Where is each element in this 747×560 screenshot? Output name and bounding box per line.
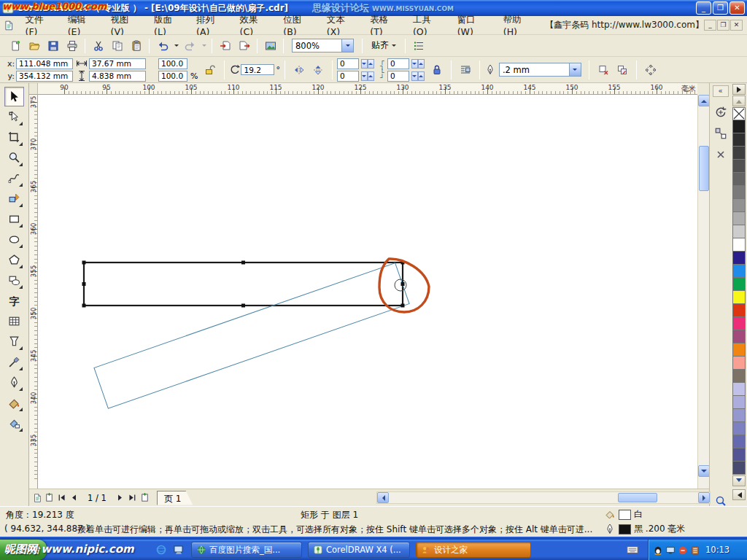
new-button[interactable] [6, 37, 24, 55]
scroll-left-button[interactable] [377, 492, 389, 503]
interactive-blend-tool[interactable] [4, 332, 24, 351]
height-field[interactable] [89, 71, 146, 82]
color-swatch[interactable] [732, 160, 746, 173]
color-swatch[interactable] [732, 120, 746, 133]
outline-width-input[interactable] [499, 63, 569, 77]
add-page-before-button[interactable] [43, 491, 55, 504]
previous-page-button[interactable] [68, 491, 80, 504]
minimize-button[interactable]: _ [696, 1, 711, 15]
color-swatch[interactable] [732, 238, 746, 252]
x-position-field[interactable] [16, 58, 73, 69]
tray-qq-icon[interactable] [653, 543, 663, 557]
fill-tool[interactable] [4, 393, 24, 413]
horizontal-scrollbar[interactable] [376, 491, 711, 504]
corner-lock-button[interactable] [428, 61, 446, 79]
polygon-tool[interactable] [4, 250, 24, 270]
color-swatch[interactable] [732, 252, 746, 265]
color-swatch[interactable] [732, 448, 746, 462]
corner-radius-c-field[interactable] [387, 58, 409, 69]
color-swatch[interactable] [732, 291, 746, 304]
next-page-button[interactable] [114, 491, 126, 504]
palette-expand-button[interactable] [732, 489, 746, 500]
page-tab[interactable]: 页 1 [157, 491, 193, 505]
doc-minimize-button[interactable]: _ [704, 20, 716, 31]
task-button-1[interactable]: CorelDRAW X4 (... [308, 542, 410, 558]
zoom-corner-button[interactable] [714, 494, 727, 507]
y-position-field[interactable] [16, 71, 73, 82]
color-swatch[interactable] [732, 343, 746, 357]
eyedropper-tool[interactable] [4, 352, 24, 372]
palette-flyout-button[interactable] [732, 84, 746, 95]
copy-button[interactable] [108, 37, 126, 55]
add-page-after-button[interactable] [139, 491, 151, 504]
pick-tool[interactable] [4, 87, 24, 106]
redo-dropdown[interactable] [200, 37, 208, 55]
task-button-0[interactable]: 百度图片搜索_国... [191, 542, 302, 558]
color-swatch[interactable] [732, 212, 746, 225]
doc-close-button[interactable]: ✕ [730, 20, 743, 31]
undo-button[interactable] [153, 37, 171, 55]
color-swatch[interactable] [732, 409, 746, 422]
scale-h-field[interactable] [158, 58, 187, 69]
start-button[interactable]: 开始 [0, 540, 47, 560]
color-swatch[interactable] [732, 199, 746, 212]
mirror-vertical-button[interactable] [309, 61, 327, 79]
rectangle-tool[interactable] [4, 209, 24, 229]
color-swatch[interactable] [732, 370, 746, 383]
color-swatch[interactable] [732, 304, 746, 317]
quicklaunch-ie-button[interactable] [155, 543, 168, 556]
color-swatch[interactable] [732, 422, 746, 435]
scroll-up-button[interactable] [698, 95, 710, 106]
color-swatch[interactable] [732, 435, 746, 448]
task-button-2[interactable]: 设计之家 [416, 542, 531, 558]
ellipse-tool[interactable] [4, 230, 24, 249]
mirror-horizontal-button[interactable] [290, 61, 308, 79]
keyboard-icon[interactable] [626, 543, 639, 556]
zoom-level-input[interactable] [292, 39, 341, 52]
color-swatch[interactable] [732, 317, 746, 330]
scroll-down-button[interactable] [698, 465, 710, 477]
table-tool[interactable] [4, 311, 24, 331]
remove-outline-button[interactable] [595, 61, 612, 79]
color-swatch[interactable] [732, 396, 746, 409]
color-swatch[interactable] [732, 225, 746, 238]
doc-restore-button[interactable]: ❐ [717, 20, 729, 31]
quicklaunch-show-desktop-button[interactable] [172, 543, 185, 556]
corner-radius-b-field[interactable] [337, 71, 359, 82]
color-swatch[interactable] [732, 383, 746, 396]
text-tool[interactable]: 字 [4, 291, 24, 311]
copy-properties-button[interactable] [614, 61, 631, 79]
color-swatch[interactable] [732, 265, 746, 278]
last-page-button[interactable] [126, 491, 139, 504]
color-swatch[interactable] [732, 147, 746, 160]
no-color-swatch[interactable] [732, 107, 746, 120]
docker-collapse-button[interactable]: « [713, 85, 729, 97]
basic-shapes-tool[interactable] [4, 271, 24, 290]
zoom-level-combo[interactable] [292, 39, 354, 52]
width-field[interactable] [89, 58, 146, 69]
outline-pen-tool[interactable] [4, 373, 24, 392]
horizontal-scroll-thumb[interactable] [618, 493, 657, 502]
close-button[interactable]: ✕ [729, 1, 745, 15]
transform-docker-button[interactable] [713, 104, 729, 120]
corner-d-spinner[interactable] [411, 71, 425, 81]
scale-v-field[interactable] [158, 71, 187, 82]
rotation-angle-field[interactable] [241, 64, 274, 75]
corner-radius-d-field[interactable] [387, 71, 409, 82]
restore-button[interactable]: ❐ [713, 1, 728, 15]
print-button[interactable] [63, 37, 81, 55]
import-button[interactable] [216, 37, 234, 55]
app-launcher-button[interactable] [261, 37, 279, 55]
corner-c-spinner[interactable] [411, 59, 425, 69]
color-swatch[interactable] [732, 330, 746, 343]
freehand-tool[interactable] [4, 168, 24, 188]
color-swatch[interactable] [732, 173, 746, 186]
snap-to-button[interactable]: 贴齐 [366, 36, 401, 55]
export-button[interactable] [235, 37, 253, 55]
corner-b-spinner[interactable] [361, 71, 374, 81]
palette-scroll-down-button[interactable] [732, 475, 746, 486]
cut-button[interactable] [89, 37, 107, 55]
corner-a-spinner[interactable] [361, 59, 374, 69]
zoom-level-dropdown[interactable] [341, 39, 354, 52]
color-swatch[interactable] [732, 133, 746, 147]
